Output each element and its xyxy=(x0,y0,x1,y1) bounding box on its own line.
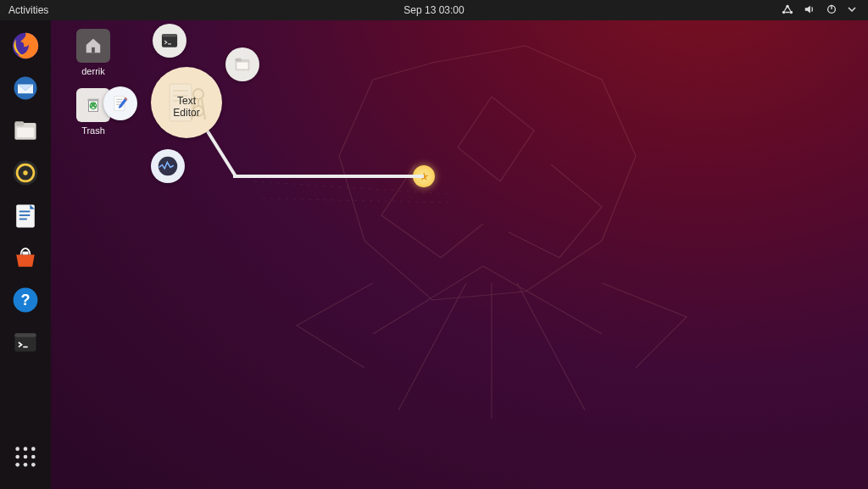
desktop[interactable]: derrik Trash Text Editor xyxy=(51,20,868,489)
svg-point-24 xyxy=(24,447,28,451)
svg-rect-48 xyxy=(236,58,242,62)
show-applications-button[interactable] xyxy=(7,438,44,475)
svg-point-30 xyxy=(24,463,28,467)
svg-rect-42 xyxy=(88,99,99,102)
pie-connector xyxy=(233,175,424,178)
svg-rect-49 xyxy=(236,63,248,69)
dock-app-thunderbird[interactable] xyxy=(7,69,44,107)
top-panel: Activities Sep 13 03:00 xyxy=(0,0,868,20)
svg-rect-21 xyxy=(14,333,36,337)
svg-point-2 xyxy=(790,10,793,14)
desktop-icon-label: derrik xyxy=(68,66,119,76)
svg-line-33 xyxy=(483,266,602,334)
svg-rect-50 xyxy=(170,84,192,121)
chevron-down-icon xyxy=(848,4,856,16)
dock-app-firefox[interactable] xyxy=(7,27,44,64)
svg-point-26 xyxy=(15,455,19,459)
svg-rect-45 xyxy=(162,34,177,36)
pie-item-terminal[interactable] xyxy=(153,24,186,58)
dock-app-terminal[interactable] xyxy=(7,324,44,361)
network-icon xyxy=(782,3,793,18)
dock-app-rhythmbox[interactable] xyxy=(7,154,44,192)
wallpaper-art xyxy=(161,29,822,470)
svg-point-23 xyxy=(15,447,19,451)
svg-line-37 xyxy=(517,283,585,410)
pie-item-text-editor[interactable] xyxy=(151,67,222,138)
svg-point-27 xyxy=(24,455,28,459)
svg-line-34 xyxy=(373,266,483,334)
desktop-icon-home[interactable]: derrik xyxy=(68,29,119,76)
desktop-icon-label: Trash xyxy=(68,125,119,136)
svg-rect-16 xyxy=(19,219,27,220)
pie-center[interactable] xyxy=(413,165,435,187)
dock-app-help[interactable]: ? xyxy=(7,281,44,319)
svg-rect-40 xyxy=(92,47,95,53)
svg-line-39 xyxy=(263,198,449,203)
dock-app-libreoffice-writer[interactable] xyxy=(7,197,44,234)
svg-point-31 xyxy=(31,463,36,467)
svg-point-12 xyxy=(23,170,27,175)
pie-item-system-monitor[interactable] xyxy=(151,149,185,183)
svg-point-29 xyxy=(15,463,19,467)
system-status-area[interactable] xyxy=(782,3,868,18)
pie-item-files[interactable] xyxy=(225,47,259,81)
dock: ? xyxy=(0,20,51,489)
svg-rect-14 xyxy=(19,211,31,213)
activities-button[interactable]: Activities xyxy=(0,4,57,16)
power-icon xyxy=(826,3,837,18)
svg-marker-32 xyxy=(339,46,636,300)
svg-text:?: ? xyxy=(21,292,31,308)
home-folder-icon xyxy=(76,29,110,63)
svg-point-1 xyxy=(782,10,786,14)
svg-rect-15 xyxy=(19,214,31,216)
svg-point-28 xyxy=(31,455,36,459)
svg-rect-8 xyxy=(14,121,24,125)
volume-icon xyxy=(804,3,815,18)
svg-rect-17 xyxy=(22,252,28,255)
svg-point-25 xyxy=(31,447,36,451)
dock-app-files[interactable] xyxy=(7,112,44,149)
pie-item-gedit[interactable] xyxy=(103,86,137,120)
dock-app-ubuntu-software[interactable] xyxy=(7,239,44,276)
clock[interactable]: Sep 13 03:00 xyxy=(403,4,464,16)
svg-point-55 xyxy=(193,106,203,116)
svg-line-36 xyxy=(398,283,466,410)
svg-rect-9 xyxy=(17,127,34,137)
svg-point-54 xyxy=(193,89,203,99)
